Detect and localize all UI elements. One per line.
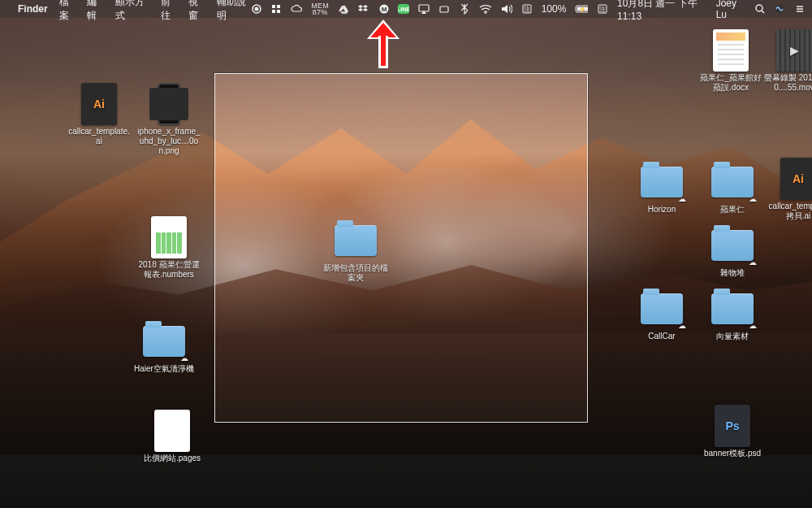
desktop-icon-label: 螢幕錄製 2018-10....55.mov	[762, 73, 812, 93]
menu-go[interactable]: 前往	[161, 0, 178, 23]
siri-icon[interactable]	[775, 2, 786, 15]
menubar: Finder 檔案 編輯 顯示方式 前往 視窗 輔助說明 MEM87%MLINE…	[0, 0, 812, 18]
desktop-icon-label: 向量素材	[700, 332, 765, 341]
annotation-arrow	[367, 20, 400, 68]
svg-text:注: 注	[599, 6, 606, 13]
desktop-icon-label: iphone_x_frame_uhd_by_luc…0on.png	[136, 127, 201, 156]
desktop-icon-label: CallCar	[629, 332, 694, 341]
circle-m-icon[interactable]: M	[378, 2, 390, 15]
menu-window[interactable]: 視窗	[188, 0, 205, 23]
svg-text:⚡: ⚡	[579, 6, 586, 13]
desktop-icon-label: Horizon	[629, 205, 694, 215]
battery-icon[interactable]: ⚡	[575, 2, 588, 15]
menubar-user[interactable]: Joey Lu	[716, 0, 745, 20]
text-input-menu-icon[interactable]: 注	[521, 2, 533, 15]
ai-file-icon	[76, 85, 122, 124]
desktop-icon-label: 蘋果仁	[700, 205, 765, 215]
app-name[interactable]: Finder	[18, 3, 48, 15]
desktop-icon[interactable]: ☁Horizon	[629, 163, 694, 215]
desktop-icon[interactable]: ☁向量素材	[700, 289, 765, 341]
battery-percent[interactable]: 100%	[542, 3, 567, 15]
screenshot-selection-box[interactable]	[214, 73, 588, 423]
svg-text:LINE: LINE	[398, 7, 409, 12]
desktop-icon[interactable]: 螢幕錄製 2018-10....55.mov	[762, 31, 812, 93]
desktop-icon-label: 比價網站.pages	[140, 454, 205, 463]
docx-file-icon	[708, 31, 754, 70]
mem-value: 87%	[313, 8, 328, 16]
desktop-icon[interactable]: iphone_x_frame_uhd_by_luc…0on.png	[136, 85, 201, 156]
line-app-icon[interactable]: LINE	[398, 2, 409, 15]
menu-file[interactable]: 檔案	[59, 0, 76, 23]
menu-help[interactable]: 輔助說明	[217, 0, 251, 23]
desktop-icon[interactable]: ☁雜物堆	[700, 226, 765, 278]
numbers-file-icon	[146, 218, 192, 257]
folder-icon: ☁	[710, 163, 755, 202]
grid-icon[interactable]	[271, 2, 283, 15]
folder-icon: ☁	[710, 289, 755, 328]
menubar-datetime[interactable]: 10月8日 週一 下午11:13	[617, 0, 707, 22]
svg-marker-11	[358, 8, 363, 11]
folder-icon: ☁	[639, 289, 685, 328]
wifi-icon[interactable]	[479, 2, 492, 15]
desktop-icon-label: 蘋果仁_蘋果館好蘋誤.docx	[698, 73, 763, 93]
cloud-sync-icon[interactable]	[291, 2, 302, 15]
folder-icon: ☁	[639, 163, 685, 202]
svg-marker-9	[358, 5, 363, 8]
google-drive-icon[interactable]	[338, 2, 349, 15]
svg-text:M: M	[381, 6, 387, 13]
memory-indicator[interactable]: MEM87%	[311, 2, 329, 15]
folder-icon: ☁	[710, 226, 755, 265]
svg-marker-10	[363, 5, 368, 8]
svg-marker-12	[363, 8, 368, 11]
airplay-icon[interactable]	[418, 2, 430, 15]
spotlight-icon[interactable]	[754, 2, 766, 15]
svg-point-1	[254, 7, 258, 11]
keyboard-input-icon[interactable]	[438, 2, 450, 15]
menu-view[interactable]: 顯示方式	[115, 0, 149, 23]
desktop-icon[interactable]: callcar_template 拷貝.ai	[766, 159, 812, 221]
image-file-icon	[146, 85, 192, 124]
desktop-icon-label: 雜物堆	[700, 268, 765, 278]
desktop-icon[interactable]: ☁CallCar	[629, 289, 694, 341]
psd-file-icon	[710, 406, 755, 445]
desktop-icon-label: callcar_template 拷貝.ai	[766, 202, 812, 221]
desktop-icon[interactable]: banner模板.psd	[700, 406, 765, 458]
svg-marker-8	[340, 11, 348, 14]
record-icon[interactable]	[251, 2, 262, 15]
desktop-icon[interactable]: ☁Haier空氣清淨機	[132, 322, 197, 374]
desktop-icon-label: 2018 蘋果仁營運報表.numbers	[136, 260, 201, 280]
svg-rect-4	[272, 10, 275, 13]
ai-file-icon	[775, 159, 812, 198]
svg-text:注: 注	[524, 6, 530, 13]
desktop-icon[interactable]: 2018 蘋果仁營運報表.numbers	[136, 218, 201, 280]
folder-icon: ☁	[141, 322, 187, 361]
mov-file-icon	[771, 31, 812, 70]
desktop-icon[interactable]: ☁蘋果仁	[700, 163, 765, 215]
desktop-icon-label: banner模板.psd	[700, 449, 765, 458]
svg-line-31	[762, 11, 764, 13]
dropbox-icon[interactable]	[358, 2, 369, 15]
volume-icon[interactable]	[501, 2, 512, 15]
desktop-icon[interactable]: callcar_template.ai	[67, 85, 132, 146]
svg-rect-17	[419, 5, 429, 11]
desktop-icon-label: callcar_template.ai	[67, 127, 132, 146]
svg-marker-21	[502, 5, 508, 13]
desktop-icon[interactable]: 比價網站.pages	[140, 411, 205, 463]
desktop-icon[interactable]: 蘋果仁_蘋果館好蘋誤.docx	[698, 31, 763, 93]
svg-rect-5	[277, 10, 280, 13]
svg-point-30	[756, 5, 762, 11]
notification-center-icon[interactable]	[794, 2, 806, 15]
pages-file-icon	[149, 411, 195, 450]
svg-rect-3	[277, 5, 280, 8]
menu-edit[interactable]: 編輯	[87, 0, 104, 23]
bluetooth-icon[interactable]	[459, 2, 470, 15]
svg-rect-19	[440, 7, 448, 12]
text-input-menu-icon[interactable]: 注	[597, 2, 608, 15]
svg-rect-2	[272, 5, 275, 8]
desktop-icon-label: Haier空氣清淨機	[132, 364, 197, 374]
svg-point-20	[485, 12, 486, 14]
